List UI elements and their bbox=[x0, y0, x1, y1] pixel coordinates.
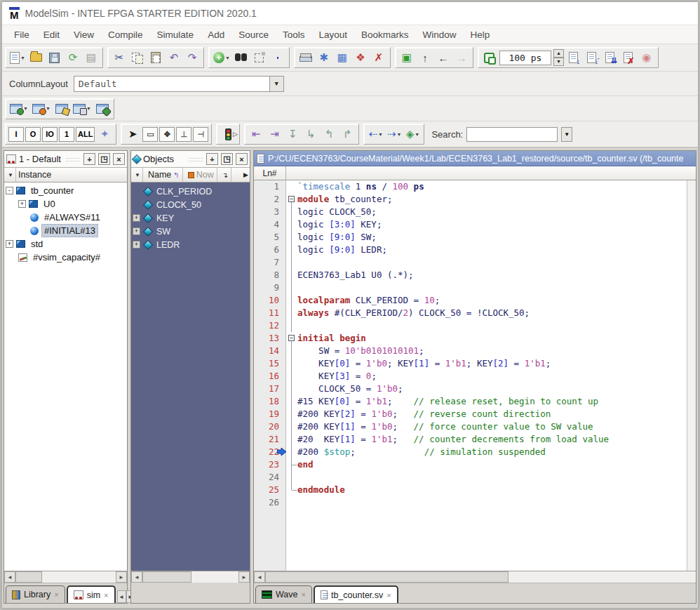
pan-mode-icon[interactable]: ✥ bbox=[159, 127, 175, 142]
copy-icon[interactable] bbox=[129, 49, 146, 66]
menu-bookmarks[interactable]: Bookmarks bbox=[355, 27, 415, 42]
objects-panel-add-button[interactable]: + bbox=[206, 153, 218, 165]
line-number[interactable]: 12 bbox=[254, 319, 286, 332]
fold-collapse-icon[interactable]: − bbox=[288, 196, 295, 202]
fold-margin[interactable] bbox=[286, 420, 297, 433]
editor-hscroll-left-icon[interactable]: ◄ bbox=[254, 571, 265, 583]
fold-margin[interactable] bbox=[286, 471, 297, 484]
add-to-watch-icon[interactable] bbox=[94, 100, 111, 117]
fold-margin[interactable] bbox=[286, 395, 297, 408]
instance-filter-icon[interactable]: ▼ bbox=[6, 168, 16, 182]
column-layout-combobox[interactable]: Default ▼ bbox=[74, 76, 284, 92]
menu-file[interactable]: File bbox=[8, 27, 36, 42]
dropdown-caret-icon[interactable]: ▼ bbox=[396, 132, 401, 137]
fold-margin[interactable] bbox=[286, 180, 297, 193]
fold-collapse-icon[interactable]: − bbox=[288, 335, 295, 341]
line-number[interactable]: 23 bbox=[254, 458, 286, 471]
line-number[interactable]: 6 bbox=[254, 244, 286, 256]
line-number[interactable]: 18 bbox=[254, 395, 286, 408]
break-simulation-icon[interactable]: ❖ bbox=[352, 49, 369, 66]
prev-falling-edge-icon[interactable]: ↧ bbox=[284, 126, 301, 142]
environment-icon[interactable]: ▣ bbox=[398, 49, 415, 66]
more-columns-icon[interactable]: ▶ bbox=[243, 171, 248, 178]
add-icon[interactable]: ▼ bbox=[212, 49, 231, 66]
line-number[interactable]: 14 bbox=[254, 345, 286, 357]
line-number[interactable]: 15 bbox=[254, 357, 286, 370]
object-item-clock_50[interactable]: CLOCK_50 bbox=[131, 198, 250, 211]
fold-margin[interactable] bbox=[286, 496, 297, 509]
restart-icon[interactable] bbox=[481, 49, 498, 66]
tab-close-icon[interactable]: × bbox=[386, 591, 391, 599]
tab-library[interactable]: Library× bbox=[6, 585, 65, 603]
continue-run-icon[interactable] bbox=[584, 49, 600, 66]
end-simulation-icon[interactable]: ✗ bbox=[370, 49, 387, 66]
line-number[interactable]: 3 bbox=[254, 206, 286, 218]
menu-layout[interactable]: Layout bbox=[312, 27, 354, 42]
undo-icon[interactable]: ↶ bbox=[166, 49, 182, 66]
run-length-spinner[interactable]: ▲▼ bbox=[553, 49, 564, 66]
open-file-icon[interactable] bbox=[28, 49, 45, 66]
dropdown-caret-icon[interactable]: ▼ bbox=[20, 55, 25, 60]
expand-icon[interactable]: + bbox=[133, 241, 140, 248]
spinner-down-icon[interactable]: ▼ bbox=[553, 58, 564, 66]
simulate-icon[interactable]: ▦ bbox=[334, 49, 351, 66]
dropdown-caret-icon[interactable]: ▼ bbox=[23, 106, 28, 111]
expand-icon[interactable]: + bbox=[133, 214, 140, 222]
menu-source[interactable]: Source bbox=[232, 27, 275, 42]
line-number[interactable]: 5 bbox=[254, 231, 286, 244]
line-number[interactable]: 11 bbox=[254, 307, 286, 319]
next-transition-icon[interactable]: ⇥ bbox=[266, 126, 283, 142]
column-layout-dropdown-icon[interactable]: ▼ bbox=[269, 77, 283, 91]
menu-edit[interactable]: Edit bbox=[37, 27, 66, 42]
fold-margin[interactable] bbox=[286, 294, 297, 307]
parent-icon[interactable]: ↑ bbox=[417, 49, 433, 66]
dropdown-caret-icon[interactable]: ▼ bbox=[225, 55, 230, 60]
prev-transition-icon[interactable]: ⇤ bbox=[248, 126, 264, 142]
editor-hscroll-thumb[interactable] bbox=[265, 571, 509, 583]
sim-panel-grip[interactable]: :::::: bbox=[64, 156, 81, 163]
expand-net-icon[interactable]: ◈▼ bbox=[404, 126, 421, 142]
add-to-wave-icon[interactable]: ▼ bbox=[8, 100, 29, 117]
sim-hscrollbar[interactable]: ◄ ► bbox=[4, 571, 127, 583]
collapse-icon[interactable]: - bbox=[6, 187, 13, 194]
next-falling-edge-icon[interactable]: ↳ bbox=[302, 126, 319, 142]
dropdown-caret-icon[interactable]: ▼ bbox=[86, 106, 91, 111]
line-number[interactable]: 10 bbox=[254, 294, 286, 307]
tab-tbcountersv[interactable]: tb_counter.sv× bbox=[314, 585, 398, 603]
menu-simulate[interactable]: Simulate bbox=[151, 27, 201, 42]
tree-item-tbcounter[interactable]: -tb_counter bbox=[4, 184, 127, 197]
tree-item-initial13[interactable]: #INITIAL#13 bbox=[4, 224, 127, 237]
add-to-list-icon[interactable]: ▼ bbox=[31, 100, 52, 117]
show-drivers-icon[interactable]: ⇠▼ bbox=[367, 126, 384, 142]
compile-icon[interactable] bbox=[297, 49, 314, 66]
break-icon[interactable] bbox=[620, 49, 637, 66]
tab-sim[interactable]: sim× bbox=[67, 585, 116, 603]
zoom-one-icon[interactable]: 1 bbox=[59, 127, 74, 142]
dropdown-caret-icon[interactable]: ▼ bbox=[46, 106, 51, 111]
menu-help[interactable]: Help bbox=[464, 27, 497, 42]
fold-margin[interactable] bbox=[286, 206, 297, 218]
fold-margin[interactable] bbox=[286, 231, 297, 244]
forward-icon[interactable]: → bbox=[453, 49, 470, 66]
goto-time-icon[interactable]: ↴ bbox=[220, 168, 231, 182]
tree-item-vsimcapacity[interactable]: #vsim_capacity# bbox=[4, 251, 127, 264]
line-number[interactable]: 16 bbox=[254, 370, 286, 383]
next-rising-edge-icon[interactable]: ↱ bbox=[339, 126, 356, 142]
menu-compile[interactable]: Compile bbox=[102, 27, 149, 42]
reload-icon[interactable]: ⟳ bbox=[65, 49, 81, 66]
show-readers-icon[interactable]: ⇢▼ bbox=[386, 126, 403, 142]
object-item-sw[interactable]: +SW bbox=[131, 225, 250, 238]
new-file-icon[interactable]: ▼ bbox=[8, 49, 27, 66]
fold-margin[interactable] bbox=[286, 269, 297, 281]
tree-item-u0[interactable]: +U0 bbox=[4, 197, 127, 211]
back-icon[interactable]: ← bbox=[435, 49, 452, 66]
editor-hscrollbar[interactable]: ◄ bbox=[254, 571, 696, 583]
save-icon[interactable] bbox=[46, 49, 63, 66]
wand-icon[interactable]: ✦ bbox=[96, 126, 113, 142]
fold-margin[interactable] bbox=[286, 446, 297, 458]
expand-icon[interactable]: + bbox=[18, 200, 26, 208]
fold-margin[interactable] bbox=[286, 408, 297, 420]
fold-margin[interactable] bbox=[286, 281, 297, 294]
objects-column-header[interactable]: ▼ Name ↰ Now ↴ ▶ bbox=[131, 168, 250, 183]
line-number[interactable]: 2 bbox=[254, 193, 286, 206]
